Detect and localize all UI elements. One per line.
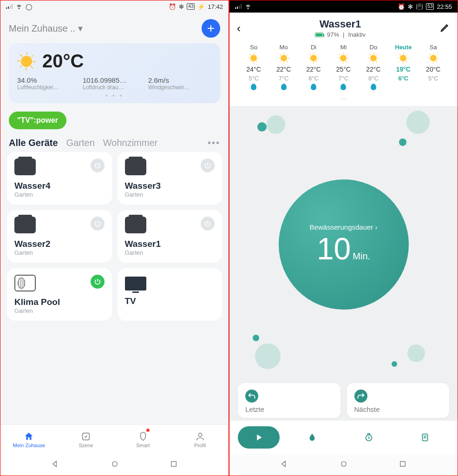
last-icon — [245, 390, 258, 403]
rain-drop-icon — [431, 84, 436, 90]
signal-icon — [6, 4, 13, 9]
collapse-icon[interactable]: ︿ — [237, 94, 450, 106]
power-button[interactable] — [201, 159, 215, 172]
recent-button[interactable] — [399, 460, 407, 470]
next-icon — [354, 390, 367, 403]
nav-home[interactable]: Mein Zuhause — [0, 425, 58, 454]
tabs-more-button[interactable]: ••• — [208, 138, 220, 148]
device-grid: Wasser4 Garten Wasser3 Garten Wasser2 Ga… — [0, 152, 229, 321]
forecast-day[interactable]: Mi 25°C 7°C — [328, 44, 358, 90]
tab-garten[interactable]: Garten — [66, 138, 95, 148]
ac-icon — [14, 275, 36, 291]
android-nav — [229, 454, 458, 476]
rain-drop-icon — [281, 84, 287, 90]
device-card[interactable]: Klima Pool Garten — [7, 268, 112, 321]
nav-smart[interactable]: Smart — [115, 425, 172, 454]
water-drop-button[interactable] — [288, 432, 336, 443]
notification-dot — [146, 429, 150, 432]
edit-button[interactable] — [440, 22, 450, 34]
rain-drop-icon — [251, 84, 256, 90]
device-card[interactable]: TV — [118, 268, 222, 321]
battery-indicator: 53 — [426, 3, 434, 10]
right-phone: ⏰ ✻ 📳 53 22:55 ‹ Wasser1 97% | Inaktiv — [229, 0, 458, 476]
tab-all-devices[interactable]: Alle Geräte — [9, 138, 58, 148]
device-card[interactable]: Wasser3 Garten — [118, 152, 222, 205]
valve-icon — [125, 217, 146, 233]
sun-icon — [17, 52, 36, 71]
play-button[interactable] — [238, 426, 280, 449]
forecast-day[interactable]: Mo 22°C 7°C — [268, 44, 298, 90]
status-bar: ⏰ ✻ 📳 53 22:55 — [229, 0, 458, 13]
device-room: Garten — [14, 191, 105, 198]
forecast-day[interactable]: Heute 19°C 6°C — [388, 44, 418, 90]
tab-wohnzimmer[interactable]: Wohnzimmer — [103, 138, 157, 148]
forecast-day[interactable]: Di 22°C 6°C — [299, 44, 328, 90]
device-card[interactable]: Wasser4 Garten — [7, 152, 112, 205]
status-bar: ◯ ⏰ ✻ 43 ⚡ 17:42 — [0, 0, 229, 13]
back-button[interactable] — [280, 460, 288, 470]
device-name: Wasser4 — [14, 181, 105, 191]
action-bar — [229, 421, 458, 454]
add-device-button[interactable]: + — [202, 19, 220, 38]
bottom-nav: Mein Zuhause Szene Smart Profil — [0, 424, 229, 454]
battery-icon — [315, 33, 323, 37]
device-name: Wasser2 — [14, 239, 105, 249]
page-indicator: ● ● ● — [17, 93, 212, 98]
power-button[interactable] — [201, 217, 215, 231]
svg-point-1 — [198, 433, 202, 436]
next-watering-card[interactable]: Nächste — [347, 383, 450, 418]
nav-profile[interactable]: Profil — [171, 425, 229, 454]
home-button[interactable] — [111, 460, 119, 470]
home-selector[interactable]: Mein Zuhause .. ▾ — [9, 23, 83, 34]
home-button[interactable] — [340, 460, 348, 470]
svg-point-2 — [112, 462, 117, 467]
power-button[interactable] — [91, 159, 105, 172]
device-state: Inaktiv — [348, 31, 366, 38]
forecast-day[interactable]: Do 22°C 8°C — [359, 44, 388, 90]
wifi-icon — [244, 2, 252, 11]
sun-icon — [338, 53, 349, 64]
forecast-day[interactable]: So 24°C 5°C — [239, 44, 268, 90]
pressure-stat: 1016.09985… Luftdruck drau… — [83, 76, 146, 91]
forecast-day[interactable]: Sa 20°C 5°C — [419, 44, 448, 90]
device-card[interactable]: Wasser2 Garten — [7, 210, 112, 263]
device-room: Garten — [14, 249, 105, 256]
schedule-button[interactable] — [345, 432, 393, 443]
device-name: TV — [125, 296, 215, 306]
last-watering-card[interactable]: Letzte — [238, 383, 340, 418]
wind-stat: 2.6m/s Windgeschwin… — [148, 76, 212, 91]
history-row: Letzte Nächste — [229, 383, 458, 421]
left-phone: ◯ ⏰ ✻ 43 ⚡ 17:42 Mein Zuhause .. ▾ + 20°… — [0, 0, 229, 476]
back-button[interactable] — [51, 460, 59, 470]
duration-value: 10Min. — [317, 231, 370, 266]
device-room: Garten — [14, 307, 105, 314]
bluetooth-icon: ✻ — [179, 3, 184, 10]
power-button[interactable] — [91, 217, 105, 231]
duration-label: Bewässerungsdauer› — [310, 223, 378, 231]
device-card[interactable]: Wasser1 Garten — [118, 210, 222, 263]
weather-card[interactable]: 20°C 34.0% Luftfeuchtigkei… 1016.09985… … — [9, 43, 220, 103]
watering-dial[interactable]: Bewässerungsdauer› 10Min. — [229, 106, 458, 383]
chevron-down-icon: ▾ — [78, 23, 83, 34]
signal-icon — [235, 4, 242, 9]
device-room: Garten — [125, 191, 215, 198]
rain-drop-icon — [400, 84, 406, 90]
recent-button[interactable] — [170, 460, 178, 470]
scene-pill[interactable]: "TV":power — [9, 112, 66, 129]
rain-drop-icon — [371, 84, 376, 90]
sun-icon — [398, 53, 409, 64]
power-button[interactable] — [91, 275, 105, 289]
tv-icon — [125, 277, 146, 291]
nav-scene[interactable]: Szene — [58, 425, 115, 454]
temperature: 20°C — [42, 51, 84, 72]
device-name: Wasser3 — [125, 181, 215, 191]
back-button[interactable]: ‹ — [237, 22, 241, 35]
device-name: Wasser1 — [125, 239, 215, 249]
device-battery-pct: 97% — [327, 31, 339, 38]
log-button[interactable] — [401, 432, 449, 443]
vibrate-icon: 📳 — [416, 3, 423, 10]
valve-icon — [14, 217, 36, 233]
forecast-row[interactable]: So 24°C 5°C Mo 22°C 7°C Di 22°C 6°C Mi 2… — [237, 38, 450, 94]
duration-circle[interactable]: Bewässerungsdauer› 10Min. — [279, 179, 409, 310]
valve-icon — [14, 159, 36, 175]
